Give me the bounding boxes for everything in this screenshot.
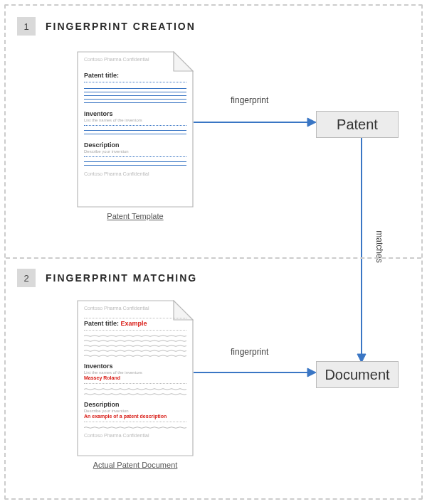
arrow-label-fingerprint-1: fingerprint	[231, 95, 268, 105]
doc-footer: Contoso Pharma Confidential	[84, 433, 186, 438]
arrow-fingerprint-2	[194, 357, 316, 378]
field-inventors: Inventors	[84, 363, 186, 370]
field-inventors-value: Massey Roland	[84, 375, 186, 380]
dotted-line	[84, 82, 186, 82]
wavy-line	[84, 388, 186, 390]
field-patent-title-label: Patent title:	[84, 320, 119, 327]
field-patent-title: Patent title:	[84, 72, 186, 79]
section-2-title: FINGERPRINT MATCHING	[46, 272, 197, 284]
patent-template-doc: Contoso Pharma Confidential Patent title…	[77, 51, 194, 208]
wavy-line	[84, 355, 186, 357]
doc-content: Contoso Pharma Confidential Patent title…	[84, 57, 186, 202]
field-inventors: Inventors	[84, 110, 186, 117]
wavy-line	[84, 427, 186, 429]
wavy-line	[84, 345, 186, 347]
field-inventors-sub: List the names of the inventors	[84, 118, 186, 122]
node-document: Document	[316, 361, 399, 388]
field-description-sub: Describe your invention	[84, 149, 186, 154]
actual-patent-doc: Contoso Pharma Confidential Patent title…	[77, 300, 194, 456]
field-patent-title-value: Example	[121, 320, 147, 327]
field-description: Description	[84, 401, 186, 408]
section-2-heading: 2 FINGERPRINT MATCHING	[17, 269, 197, 287]
svg-marker-1	[307, 118, 316, 127]
section-2: 2 FINGERPRINT MATCHING Contoso Pharma Co…	[6, 257, 421, 498]
section-1-heading: 1 FINGERPRINT CREATION	[17, 17, 196, 36]
section-1-number: 1	[17, 17, 36, 36]
wavy-line	[84, 335, 186, 337]
patent-template-label: Patent Template	[77, 212, 194, 220]
field-description: Description	[84, 141, 186, 149]
content-line	[84, 88, 186, 89]
dotted-line	[84, 156, 186, 157]
arrow-label-fingerprint-2: fingerprint	[231, 347, 268, 357]
content-line	[84, 99, 186, 100]
wavy-line	[84, 340, 186, 342]
content-line	[84, 102, 186, 103]
wavy-line	[84, 350, 186, 352]
content-line	[84, 165, 186, 166]
content-line	[84, 95, 186, 96]
arrow-fingerprint-1	[194, 107, 316, 128]
doc-content: Contoso Pharma Confidential Patent title…	[84, 306, 186, 451]
diagram-frame: 1 FINGERPRINT CREATION Contoso Pharma Co…	[4, 4, 423, 500]
field-description-value: An example of a patent description	[84, 414, 186, 419]
svg-marker-5	[307, 368, 316, 377]
wavy-dotted	[84, 383, 186, 385]
content-line	[84, 134, 186, 134]
section-1-title: FINGERPRINT CREATION	[46, 21, 196, 32]
field-patent-title: Patent title: Example	[84, 320, 147, 327]
content-line	[84, 130, 186, 131]
field-description-sub: Describe your invention	[84, 409, 186, 413]
doc-header: Contoso Pharma Confidential	[84, 306, 186, 311]
content-line	[84, 92, 186, 92]
wavy-line	[84, 393, 186, 395]
content-line	[84, 161, 186, 162]
doc-footer: Contoso Pharma Confidential	[84, 171, 186, 176]
section-2-number: 2	[17, 269, 36, 287]
node-patent: Patent	[316, 111, 399, 138]
doc-header: Contoso Pharma Confidential	[84, 57, 186, 62]
field-inventors-sub: List the names of the inventors	[84, 370, 186, 375]
wavy-dotted	[84, 330, 186, 332]
actual-patent-label: Actual Patent Document	[77, 461, 194, 469]
dotted-line	[84, 125, 186, 126]
wavy-dotted	[84, 422, 186, 424]
